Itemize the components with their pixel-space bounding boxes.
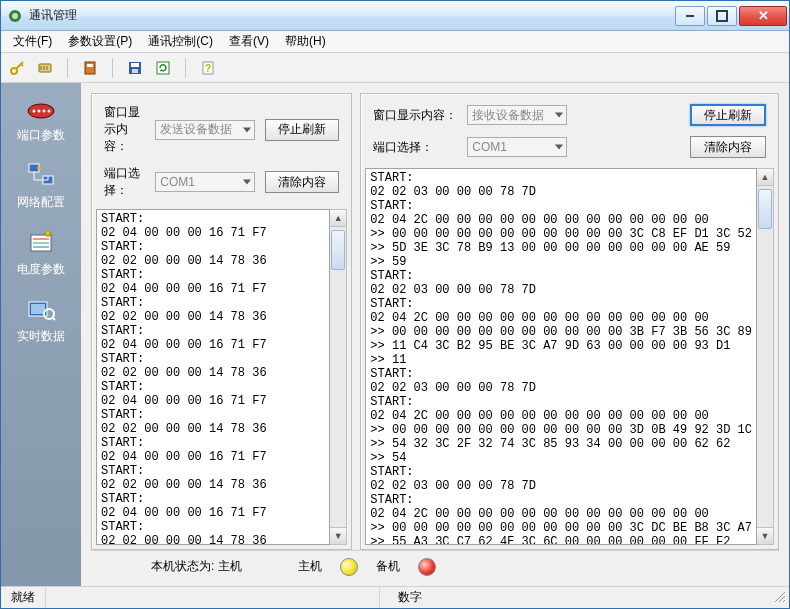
scrollbar-right[interactable]: ▲ ▼: [757, 168, 774, 545]
status-bar: 就绪 数字: [1, 586, 789, 608]
maximize-button[interactable]: [707, 6, 737, 26]
svg-rect-13: [132, 69, 138, 73]
panel-recv-controls: 窗口显示内容： 接收设备数据 停止刷新 端口选择： COM1 清除内容: [361, 94, 778, 164]
host-state-label-text: 本机状态为:: [151, 559, 214, 573]
svg-rect-12: [131, 63, 139, 67]
svg-line-39: [783, 600, 785, 602]
title-bar[interactable]: 通讯管理: [1, 1, 789, 31]
network-icon: [25, 162, 57, 190]
book-icon[interactable]: [80, 58, 100, 78]
display-content-value: 接收设备数据: [472, 107, 544, 124]
stop-refresh-button[interactable]: 停止刷新: [690, 104, 766, 126]
ports-red-icon: [25, 95, 57, 123]
window-buttons: [673, 6, 787, 26]
svg-line-36: [52, 317, 55, 320]
backup-status-dot: [418, 558, 436, 576]
minimize-button[interactable]: [675, 6, 705, 26]
main-area: 窗口显示内容： 发送设备数据 停止刷新 端口选择： COM1 清除内容 STAR…: [81, 83, 789, 586]
host-state-value: 主机: [218, 559, 242, 573]
panel-send: 窗口显示内容： 发送设备数据 停止刷新 端口选择： COM1 清除内容 STAR…: [91, 93, 352, 550]
menu-params[interactable]: 参数设置(P): [60, 31, 140, 52]
port-select-value: COM1: [160, 175, 195, 189]
close-button[interactable]: [739, 6, 787, 26]
svg-text:?: ?: [205, 63, 211, 74]
scroll-down-icon[interactable]: ▼: [757, 527, 773, 544]
scrollbar-left[interactable]: ▲ ▼: [330, 209, 347, 545]
scroll-up-icon[interactable]: ▲: [757, 169, 773, 186]
display-content-select[interactable]: 接收设备数据: [467, 105, 567, 125]
svg-rect-9: [85, 62, 95, 74]
sidebar-item-port-params[interactable]: 端口参数: [1, 95, 81, 144]
window-title: 通讯管理: [29, 7, 673, 24]
svg-point-19: [33, 110, 36, 113]
display-content-label: 窗口显示内容：: [104, 104, 145, 155]
status-ready: 就绪: [1, 587, 46, 608]
svg-point-20: [38, 110, 41, 113]
host-state-label: 本机状态为: 主机: [151, 558, 242, 575]
app-icon: [7, 8, 23, 24]
sidebar-item-label: 网络配置: [17, 194, 65, 211]
backup-label: 备机: [376, 558, 400, 575]
realtime-icon: [25, 296, 57, 324]
client-area: 端口参数 网络配置 电度参数 实时数据 窗口显示内容：: [1, 83, 789, 586]
toolbar-separator: [67, 58, 68, 78]
status-numlock: 数字: [379, 587, 440, 608]
menu-view[interactable]: 查看(V): [221, 31, 277, 52]
svg-rect-34: [31, 304, 45, 314]
port-select[interactable]: COM1: [467, 137, 567, 157]
svg-point-28: [37, 166, 41, 170]
footer-bar: 本机状态为: 主机 主机 备机: [91, 550, 779, 582]
svg-rect-10: [87, 64, 93, 67]
panel-recv: 窗口显示内容： 接收设备数据 停止刷新 端口选择： COM1 清除内容 STAR…: [360, 93, 779, 550]
key-icon[interactable]: [7, 58, 27, 78]
scroll-thumb[interactable]: [758, 189, 772, 229]
port-select-label: 端口选择：: [373, 139, 457, 156]
ports-icon[interactable]: [35, 58, 55, 78]
panels-row: 窗口显示内容： 发送设备数据 停止刷新 端口选择： COM1 清除内容 STAR…: [91, 93, 779, 550]
menu-bar: 文件(F) 参数设置(P) 通讯控制(C) 查看(V) 帮助(H): [1, 31, 789, 53]
port-select[interactable]: COM1: [155, 172, 255, 192]
resize-grip-icon[interactable]: [773, 590, 789, 606]
clear-content-button[interactable]: 清除内容: [265, 171, 339, 193]
refresh-icon[interactable]: [153, 58, 173, 78]
sidebar-item-network[interactable]: 网络配置: [1, 162, 81, 211]
sidebar-item-label: 电度参数: [17, 261, 65, 278]
clear-content-button[interactable]: 清除内容: [690, 136, 766, 158]
display-content-label: 窗口显示内容：: [373, 107, 457, 124]
meter-icon: [25, 229, 57, 257]
sidebar-item-label: 端口参数: [17, 127, 65, 144]
sidebar-item-meter[interactable]: 电度参数: [1, 229, 81, 278]
menu-comm[interactable]: 通讯控制(C): [140, 31, 221, 52]
stop-refresh-button[interactable]: 停止刷新: [265, 119, 339, 141]
display-content-value: 发送设备数据: [160, 121, 232, 138]
menu-file[interactable]: 文件(F): [5, 31, 60, 52]
svg-point-21: [43, 110, 46, 113]
sidebar: 端口参数 网络配置 电度参数 实时数据: [1, 83, 81, 586]
toolbar-separator: [185, 58, 186, 78]
toolbar-separator: [112, 58, 113, 78]
log-send[interactable]: START: 02 04 00 00 00 16 71 F7 START: 02…: [96, 209, 330, 545]
svg-point-22: [48, 110, 51, 113]
save-icon[interactable]: [125, 58, 145, 78]
scroll-down-icon[interactable]: ▼: [330, 527, 346, 544]
port-select-label: 端口选择：: [104, 165, 145, 199]
port-select-value: COM1: [472, 140, 507, 154]
app-window: 通讯管理 文件(F) 参数设置(P) 通讯控制(C) 查看(V) 帮助(H) ?: [0, 0, 790, 609]
panel-send-controls: 窗口显示内容： 发送设备数据 停止刷新 端口选择： COM1 清除内容: [92, 94, 351, 205]
menu-help[interactable]: 帮助(H): [277, 31, 334, 52]
help-icon[interactable]: ?: [198, 58, 218, 78]
scroll-up-icon[interactable]: ▲: [330, 210, 346, 227]
sidebar-item-realtime[interactable]: 实时数据: [1, 296, 81, 345]
scroll-thumb[interactable]: [331, 230, 345, 270]
sidebar-item-label: 实时数据: [17, 328, 65, 345]
log-wrap-right: START: 02 02 03 00 00 00 78 7D START: 02…: [365, 168, 774, 545]
log-recv[interactable]: START: 02 02 03 00 00 00 78 7D START: 02…: [365, 168, 757, 545]
svg-point-1: [12, 13, 18, 19]
display-content-select[interactable]: 发送设备数据: [155, 120, 255, 140]
primary-status-dot: [340, 558, 358, 576]
primary-label: 主机: [298, 558, 322, 575]
svg-rect-14: [157, 62, 169, 74]
svg-line-4: [21, 64, 23, 66]
log-wrap-left: START: 02 04 00 00 00 16 71 F7 START: 02…: [96, 209, 347, 545]
toolbar: ?: [1, 53, 789, 83]
